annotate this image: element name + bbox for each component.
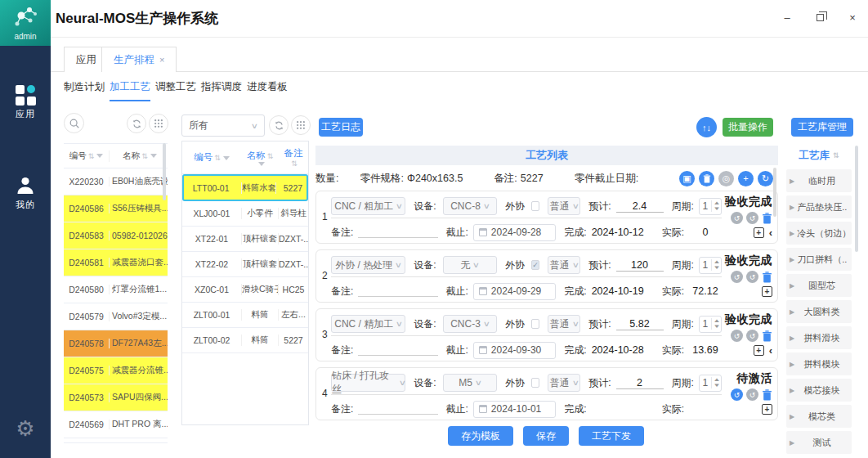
table-row[interactable]: D24058305982-012026... (64, 222, 168, 249)
outsource-checkbox[interactable] (531, 378, 539, 388)
close-button[interactable]: × (843, 8, 861, 26)
trash-icon[interactable] (762, 389, 772, 401)
subnav-manufacturing-plan[interactable]: 制造计划 (64, 80, 105, 100)
table-row[interactable]: D240573SAPU四保阀... (64, 384, 168, 411)
process-select[interactable]: CNC / 粗加工∨ (331, 197, 405, 215)
table-row[interactable]: XT22-01顶杆镶套DZXT-... (182, 227, 308, 252)
tab-close-icon[interactable]: × (159, 55, 164, 65)
header-code[interactable]: 编号⇅ (64, 150, 110, 162)
priority-select[interactable]: 普通∨ (548, 315, 580, 333)
outsource-checkbox[interactable] (531, 319, 539, 329)
process-select[interactable]: 钻床 / 打孔攻丝∨ (331, 374, 405, 392)
add-plan-icon[interactable]: + (754, 345, 764, 356)
sidebar-item-apps[interactable]: 应用 (0, 85, 51, 120)
dispatch-button[interactable]: 工艺下发 (579, 426, 644, 446)
note-input[interactable] (358, 344, 437, 356)
activate-icon[interactable]: ↺ (731, 388, 743, 401)
table-row[interactable]: D240586S56压铸模具... (64, 195, 168, 222)
locate-button[interactable]: ◎ (718, 171, 734, 186)
add-plan-icon[interactable]: + (762, 286, 772, 297)
process-scrollbar[interactable] (773, 168, 776, 217)
process-select[interactable]: CNC / 精加工∨ (331, 315, 405, 333)
subnav-machining-process[interactable]: 加工工艺 (110, 80, 150, 101)
library-scrollbar[interactable] (855, 146, 858, 252)
library-item[interactable]: ▶临时用 (786, 169, 852, 192)
priority-select[interactable]: 普通∨ (548, 374, 580, 392)
rollback-icon[interactable]: ↺ (731, 330, 743, 342)
process-select[interactable]: 外协 / 热处理∨ (331, 256, 405, 274)
library-manage-button[interactable]: 工艺库管理 (791, 118, 853, 137)
filter-icon[interactable] (96, 154, 103, 158)
header-name[interactable]: 名称⇅ (110, 150, 168, 162)
sort-icon[interactable]: ⇅ (141, 152, 148, 160)
batch-operation-button[interactable]: 批量操作 (723, 118, 773, 137)
reload-button[interactable]: ↻ (758, 171, 773, 186)
due-date-input[interactable]: 2024-09-30 (473, 342, 556, 359)
collapse-chevron-icon[interactable]: ‹ (769, 346, 772, 356)
sort-icon[interactable]: ⇅ (88, 152, 95, 160)
sort-icon[interactable]: ⇅ (291, 159, 298, 168)
estimate-input[interactable]: 120 (616, 259, 664, 272)
save-button[interactable]: 保存 (523, 426, 569, 446)
table-row[interactable]: XT22-02顶杆镶套DZXT-... (182, 252, 308, 277)
outsource-checkbox[interactable] (531, 201, 539, 211)
library-item[interactable]: ▶拼料模块 (786, 352, 852, 375)
estimate-input[interactable]: 2 (616, 377, 664, 389)
subnav-dispatch[interactable]: 指挥调度 (201, 80, 242, 100)
library-item[interactable]: ▶产品垫块压.. (786, 195, 852, 218)
tab-production-scheduling[interactable]: 生产排程 × (101, 47, 177, 72)
template-button[interactable]: ▣ (679, 171, 695, 186)
device-select[interactable]: 无∨ (443, 256, 498, 274)
priority-select[interactable]: 普通∨ (548, 197, 580, 215)
app-logo[interactable]: admin (0, 0, 51, 46)
table-row[interactable]: D240580灯罩分流锥1... (64, 276, 168, 303)
table-row[interactable]: ZLT00-01料筒左右... (182, 303, 308, 328)
library-item[interactable]: ▶拼料滑块 (786, 326, 852, 349)
table-row[interactable]: D240581减震器浇口套... (64, 249, 168, 276)
table-row[interactable]: D240578DF727A43左... (64, 330, 168, 357)
due-date-input[interactable]: 2024-09-29 (473, 283, 556, 300)
device-select[interactable]: M5∨ (443, 374, 498, 392)
restore-button[interactable] (811, 8, 829, 26)
refresh-button[interactable] (127, 114, 146, 133)
rollback-icon[interactable]: ↺ (731, 271, 743, 283)
table-row[interactable]: D240569DHT PRO 离... (64, 411, 168, 438)
table-row[interactable]: X220230EB0H油底壳设... (64, 168, 168, 195)
library-item[interactable]: ▶圆型芯 (786, 274, 852, 297)
revert-icon[interactable]: ↺ (746, 212, 758, 224)
note-input[interactable] (358, 403, 437, 415)
note-input[interactable] (358, 227, 437, 238)
library-item[interactable]: ▶大圆料类 (786, 300, 852, 323)
estimate-input[interactable]: 2.4 (616, 200, 664, 213)
process-log-button[interactable]: 工艺日志 (319, 118, 363, 137)
library-item[interactable]: ▶测试 (786, 431, 852, 454)
sort-icon[interactable]: ⇅ (267, 152, 274, 160)
table-row-selected[interactable]: LTT00-01料筒水套5227 (182, 174, 308, 201)
refresh-button[interactable] (269, 115, 289, 135)
library-item[interactable]: ▶刀口拼料（... (786, 248, 852, 271)
revert-icon[interactable]: ↺ (746, 388, 758, 401)
priority-select[interactable]: 普通∨ (548, 256, 580, 274)
revert-icon[interactable]: ↺ (746, 330, 758, 342)
trash-icon[interactable] (762, 330, 772, 342)
table-row[interactable]: ZLT00-02料筒5227 (182, 328, 308, 353)
library-item[interactable]: ▶冷头（切边） (786, 222, 852, 245)
sort-icon[interactable]: ⇅ (833, 151, 839, 159)
add-plan-icon[interactable]: + (762, 404, 772, 415)
header-note[interactable]: 备注⇅ (279, 141, 308, 173)
subnav-progress-board[interactable]: 进度看板 (247, 80, 288, 100)
add-process-button[interactable]: + (738, 171, 754, 186)
library-item[interactable]: ▶模芯接块 (786, 379, 852, 402)
search-button[interactable] (64, 113, 84, 133)
minimize-button[interactable]: – (778, 8, 796, 26)
rollback-icon[interactable]: ↺ (731, 212, 743, 224)
sort-icon[interactable]: ⇅ (214, 154, 221, 162)
due-date-input[interactable]: 2024-10-01 (473, 401, 556, 418)
sidebar-item-mine[interactable]: 我的 (0, 175, 51, 211)
delete-button[interactable] (699, 171, 714, 186)
filter-select[interactable]: 所有 ∨ (181, 114, 265, 137)
table-row[interactable]: D240575减震器分流锥... (64, 357, 168, 384)
library-item[interactable]: ▶模芯类 (786, 405, 852, 428)
parts-scrollbar[interactable] (163, 143, 166, 200)
filter-icon[interactable] (150, 154, 157, 158)
